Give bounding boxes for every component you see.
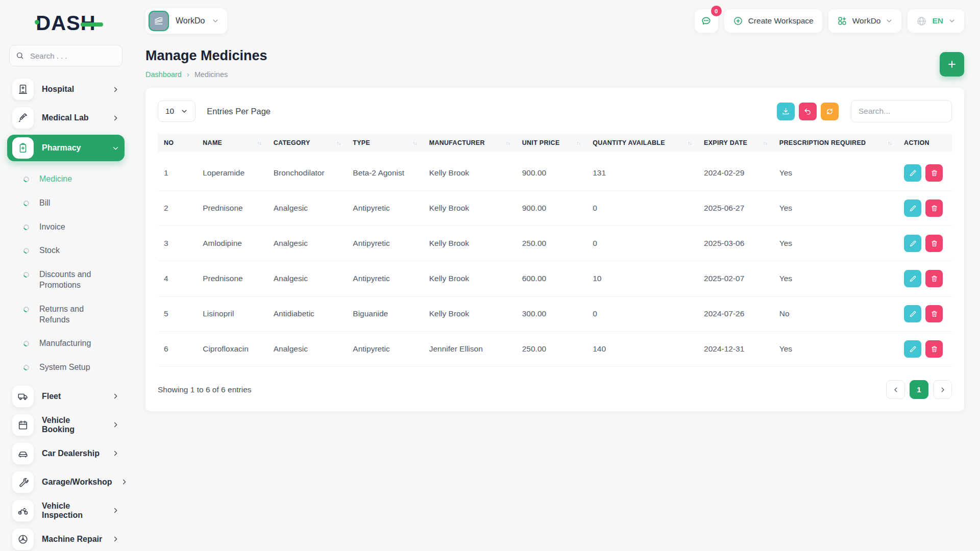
sidebar-item-label: Fleet [42,392,61,401]
chevron-left-icon [892,386,899,393]
next-page-button[interactable] [933,380,952,399]
sidebar-search-input[interactable] [9,45,122,66]
sort-icon[interactable]: ↑↓ [688,140,692,146]
topbar-actions: 0 Create Workspace WorkDo [695,9,964,33]
delete-button[interactable] [925,270,943,287]
table-search-input[interactable] [851,100,952,122]
sidebar-item-vehicle-inspection[interactable]: Vehicle Inspection [7,499,125,522]
sidebar-item-label: Hospital [42,85,74,94]
page-header: Manage Medicines Dashboard › Medicines [145,48,964,79]
table-row: 1 Loperamide Bronchodilator Beta-2 Agoni… [158,154,952,191]
previous-page-button[interactable] [886,380,905,399]
hospital-icon [12,79,34,100]
sidebar-item-car-dealership[interactable]: Car Dealership [7,442,125,465]
submenu-item-system-setup[interactable]: System Setup [23,356,125,380]
logo-bar [81,22,103,27]
workspace-selector[interactable]: WorkDo [145,8,227,34]
chevron-right-icon [112,507,119,514]
column-header-name[interactable]: NAME↑↓ [197,134,267,154]
edit-button[interactable] [904,340,921,358]
table-row: 4 Prednisone Analgesic Antipyretic Kelly… [158,261,952,296]
edit-button[interactable] [904,270,921,287]
submenu-item-medicine[interactable]: Medicine [23,167,125,191]
syringe-icon [12,107,34,129]
create-workspace-button[interactable]: Create Workspace [724,9,822,33]
submenu-item-stock[interactable]: Stock [23,239,125,263]
messages-button[interactable]: 0 [695,9,718,33]
sort-icon[interactable]: ↑↓ [506,140,510,146]
sort-icon[interactable]: ↑↓ [413,140,417,146]
reset-button[interactable] [799,103,817,120]
undo-arrow-icon [803,107,812,116]
table-footer: Showing 1 to 6 of 6 entries 1 [158,380,952,399]
sort-icon[interactable]: ↑↓ [576,140,580,146]
column-header-quantity-available[interactable]: QUANTITY AVAILABLE↑↓ [586,134,698,154]
bullet-icon [22,223,30,231]
bullet-icon [22,176,30,183]
export-button[interactable] [777,103,795,120]
entries-per-page-select[interactable]: 10 [158,101,195,122]
sidebar-item-fleet[interactable]: Fleet [7,385,125,408]
breadcrumb-dashboard-link[interactable]: Dashboard [145,70,182,79]
submenu-item-discounts-and-promotions[interactable]: Discounts and Promotions [23,263,125,297]
submenu-item-manufacturing[interactable]: Manufacturing [23,332,125,356]
edit-button[interactable] [904,305,921,322]
fan-icon [12,529,34,550]
language-selector[interactable]: EN [908,9,964,33]
main-area: WorkDo 0 Create Workspace [132,0,980,551]
sidebar-menu: Hospital Medical Lab Pharmacy [0,70,132,551]
apps-menu-button[interactable]: WorkDo [828,9,902,33]
pencil-icon [909,239,917,248]
sidebar-item-hospital[interactable]: Hospital [7,78,125,101]
chevron-right-icon [112,86,119,93]
sort-icon[interactable]: ↑↓ [257,140,261,146]
page-1-button[interactable]: 1 [910,380,928,399]
submenu-item-returns-and-refunds[interactable]: Returns and Refunds [23,297,125,332]
sidebar-item-vehicle-booking[interactable]: Vehicle Booking [7,413,125,437]
delete-button[interactable] [925,199,943,217]
sort-icon[interactable]: ↑↓ [763,140,767,146]
delete-button[interactable] [925,235,943,252]
plus-circle-icon [733,16,743,26]
sidebar-item-garage-workshop[interactable]: Garage/Workshop [7,470,125,494]
bullet-icon [22,247,30,255]
add-medicine-button[interactable] [940,52,964,77]
delete-button[interactable] [925,340,943,358]
bullet-icon [22,271,30,279]
sidebar-item-medical-lab[interactable]: Medical Lab [7,106,125,130]
topbar: WorkDo 0 Create Workspace [145,0,964,37]
sidebar-item-pharmacy[interactable]: Pharmacy [7,135,125,161]
delete-button[interactable] [925,164,943,182]
sidebar-item-label: Vehicle Booking [42,416,104,434]
delete-button[interactable] [925,305,943,322]
column-header-expiry-date[interactable]: EXPIRY DATE↑↓ [698,134,773,154]
chevron-down-icon [212,17,219,24]
sort-icon[interactable]: ↑↓ [888,140,892,146]
sort-icon[interactable]: ↑↓ [336,140,340,146]
refresh-icon [825,107,834,116]
chevron-right-icon [112,114,119,122]
pagination: 1 [886,380,952,399]
chevron-right-icon [120,478,128,486]
workspace-avatar [149,11,169,31]
column-header-category[interactable]: CATEGORY↑↓ [267,134,347,154]
table-row: 5 Lisinopril Antidiabetic Biguanide Kell… [158,296,952,332]
bullet-icon [22,199,30,207]
column-header-unit-price[interactable]: UNIT PRICE↑↓ [516,134,586,154]
language-code: EN [932,16,943,26]
sidebar-item-machine-repair[interactable]: Machine Repair [7,528,125,551]
submenu-item-bill[interactable]: Bill [23,191,125,215]
trash-icon [930,204,939,213]
submenu-item-invoice[interactable]: Invoice [23,215,125,239]
edit-button[interactable] [904,199,921,217]
edit-button[interactable] [904,235,921,252]
edit-button[interactable] [904,164,921,182]
column-header-manufacturer[interactable]: MANUFACTURER↑↓ [423,134,516,154]
table-row: 6 Ciprofloxacin Analgesic Antipyretic Je… [158,332,952,367]
column-header-prescription-required[interactable]: PRESCRIPTION REQUIRED↑↓ [773,134,898,154]
medicines-table: NO NAME↑↓ CATEGORY↑↓ TYPE↑↓ MANUFACTURER… [158,134,952,367]
column-header-type[interactable]: TYPE↑↓ [347,134,423,154]
chat-icon [700,15,712,27]
refresh-button[interactable] [821,103,839,120]
sidebar: DASH Hospital Medical Lab [0,0,132,551]
